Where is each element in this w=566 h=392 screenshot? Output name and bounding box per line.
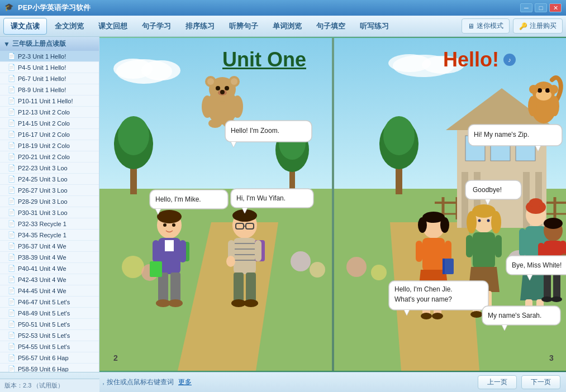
- sidebar-item-10[interactable]: 📄P22-23 Unit 3 Loo: [0, 162, 99, 174]
- svg-point-91: [440, 217, 449, 233]
- svg-point-149: [232, 95, 243, 118]
- doc-icon: 📄: [8, 354, 16, 361]
- sidebar-item-6[interactable]: 📄P14-15 Unit 2 Colo: [0, 118, 99, 129]
- sidebar-item-4[interactable]: 📄P10-11 Unit 1 Hello!: [0, 95, 99, 107]
- svg-point-19: [346, 257, 367, 277]
- main-area: ▼ 三年级上册点读版 📄P2-3 Unit 1 Hello! 📄P4-5 Uni…: [0, 37, 566, 372]
- prev-page-button[interactable]: 上一页: [478, 375, 517, 389]
- menu-item-juzixuexi[interactable]: 句子学习: [135, 18, 178, 34]
- svg-rect-64: [179, 240, 186, 262]
- monitor-icon: 🖥: [468, 22, 474, 30]
- menu-item-jutianкong[interactable]: 句子填空: [310, 18, 352, 34]
- sidebar-item-12[interactable]: 📄P26-27 Unit 3 Loo: [0, 185, 99, 196]
- svg-text:Goodbye!: Goodbye!: [473, 186, 502, 194]
- svg-point-68: [168, 299, 183, 307]
- svg-rect-92: [422, 238, 445, 271]
- sidebar-item-17[interactable]: 📄P36-37 Unit 4 We: [0, 241, 99, 252]
- sidebar-item-21[interactable]: 📄P44-45 Unit 4 We: [0, 285, 99, 297]
- doc-icon: 📄: [8, 52, 16, 60]
- svg-text:Hello! I'm Zoom.: Hello! I'm Zoom.: [231, 127, 279, 135]
- svg-point-90: [418, 217, 427, 233]
- svg-text:Hi! My name's Zip.: Hi! My name's Zip.: [474, 131, 529, 138]
- next-page-button[interactable]: 下一页: [521, 375, 560, 389]
- doc-icon: 📄: [8, 108, 16, 116]
- sidebar-item-2[interactable]: 📄P6-7 Unit 1 Hello!: [0, 73, 99, 84]
- svg-point-104: [467, 211, 477, 233]
- svg-point-148: [202, 95, 213, 118]
- sidebar-item-1[interactable]: 📄P4-5 Unit 1 Hello!: [0, 62, 99, 73]
- svg-point-17: [291, 251, 311, 271]
- svg-point-98: [421, 313, 432, 319]
- sidebar-item-16[interactable]: 📄P34-35 Recycle 1: [0, 230, 99, 241]
- sidebar-item-20[interactable]: 📄P42-43 Unit 4 We: [0, 274, 99, 285]
- svg-text:Bye, Miss White!: Bye, Miss White!: [512, 261, 562, 269]
- sidebar-header: ▼ 三年级上册点读版: [0, 37, 99, 51]
- content-area[interactable]: Hello! I'm Zoom. Hello, I'm Mike. Hi, I'…: [99, 37, 566, 372]
- sidebar-item-27[interactable]: 📄P56-57 Unit 6 Hap: [0, 352, 99, 364]
- svg-rect-94: [416, 241, 422, 262]
- svg-point-114: [470, 311, 483, 318]
- svg-point-59: [172, 223, 175, 227]
- minimode-button[interactable]: 🖥 迷你模式: [462, 18, 510, 34]
- menu-item-kewenhuixiang[interactable]: 课文回想: [92, 18, 134, 34]
- svg-text:Hello, I'm Chen Jie.: Hello, I'm Chen Jie.: [394, 285, 453, 293]
- sidebar-item-19[interactable]: 📄P40-41 Unit 4 We: [0, 263, 99, 274]
- sidebar-item-5[interactable]: 📄P12-13 Unit 2 Colo: [0, 107, 99, 118]
- minimize-button[interactable]: ─: [520, 3, 532, 12]
- svg-rect-82: [255, 240, 261, 261]
- svg-point-86: [244, 299, 258, 307]
- svg-point-31: [383, 116, 415, 155]
- sidebar-item-15[interactable]: 📄P32-33 Recycle 1: [0, 218, 99, 230]
- sidebar-item-14[interactable]: 📄P30-31 Unit 3 Loo: [0, 207, 99, 218]
- speech-bubble-chenjie[interactable]: Hello, I'm Chen Jie. What's your name?: [389, 281, 488, 315]
- doc-icon: 📄: [8, 287, 16, 294]
- sidebar-item-25[interactable]: 📄P52-53 Unit 5 Let's: [0, 330, 99, 341]
- close-button[interactable]: ✕: [549, 3, 562, 12]
- svg-rect-132: [553, 273, 560, 299]
- svg-point-7: [141, 60, 180, 80]
- menu-item-tingjuzi[interactable]: 听辨句子: [222, 18, 265, 34]
- sidebar-item-3[interactable]: 📄P8-9 Unit 1 Hello!: [0, 84, 99, 95]
- svg-rect-121: [519, 228, 526, 256]
- app-icon: 🎓: [4, 3, 15, 13]
- doc-icon: 📄: [8, 142, 16, 149]
- svg-rect-84: [246, 273, 256, 303]
- page-num-right: 3: [549, 353, 554, 362]
- sidebar-item-18[interactable]: 📄P38-39 Unit 4 We: [0, 252, 99, 263]
- menu-item-danciliulan[interactable]: 单词浏览: [266, 18, 308, 34]
- menu-item-tingxie[interactable]: 听写练习: [353, 18, 396, 34]
- sidebar-item-23[interactable]: 📄P48-49 Unit 5 Let's: [0, 308, 99, 319]
- svg-point-156: [545, 88, 550, 93]
- sidebar-item-13[interactable]: 📄P28-29 Unit 3 Loo: [0, 196, 99, 207]
- svg-point-58: [163, 223, 167, 227]
- version-bar: 版本：2.3 （试用版）: [0, 379, 99, 392]
- doc-icon: 📄: [8, 220, 16, 227]
- menu-bar: 课文点读 全文浏览 课文回想 句子学习 排序练习 听辨句子 单词浏览 句子填空 …: [0, 16, 566, 37]
- svg-point-143: [231, 78, 237, 85]
- sidebar-item-24[interactable]: 📄P50-51 Unit 5 Let's: [0, 319, 99, 330]
- sidebar-item-11[interactable]: 📄P24-25 Unit 3 Loo: [0, 174, 99, 185]
- svg-text:Hi, I'm Wu Yifan.: Hi, I'm Wu Yifan.: [236, 194, 286, 202]
- svg-point-150: [208, 119, 222, 128]
- sidebar-item-9[interactable]: 📄P20-21 Unit 2 Colo: [0, 151, 99, 162]
- maximize-button[interactable]: □: [535, 3, 547, 12]
- sidebar-item-26[interactable]: 📄P54-55 Unit 5 Let's: [0, 341, 99, 352]
- sidebar-item-0[interactable]: 📄P2-3 Unit 1 Hello!: [0, 51, 99, 62]
- svg-point-144: [216, 86, 220, 90]
- svg-point-145: [225, 86, 229, 90]
- register-button[interactable]: 🔑 注册购买: [513, 18, 563, 34]
- sidebar-item-8[interactable]: 📄P18-19 Unit 2 Colo: [0, 140, 99, 151]
- doc-icon: 📄: [8, 332, 16, 339]
- more-link[interactable]: 更多: [178, 377, 192, 387]
- menu-item-paixulianxi[interactable]: 排序练习: [179, 18, 221, 34]
- menu-item-quanwenliulan[interactable]: 全文浏览: [48, 18, 91, 34]
- svg-point-18: [310, 262, 325, 278]
- doc-icon: 📄: [8, 64, 16, 71]
- sidebar-item-22[interactable]: 📄P46-47 Unit 5 Let's: [0, 297, 99, 308]
- menu-item-kewendiandu[interactable]: 课文点读: [3, 18, 47, 35]
- doc-icon: 📄: [8, 321, 16, 328]
- doc-icon: 📄: [8, 198, 16, 205]
- sidebar-item-28[interactable]: 📄P58-59 Unit 6 Hap: [0, 364, 99, 372]
- sidebar-item-7[interactable]: 📄P16-17 Unit 2 Colo: [0, 129, 99, 140]
- svg-text:Hello, I'm Mike.: Hello, I'm Mike.: [155, 195, 201, 203]
